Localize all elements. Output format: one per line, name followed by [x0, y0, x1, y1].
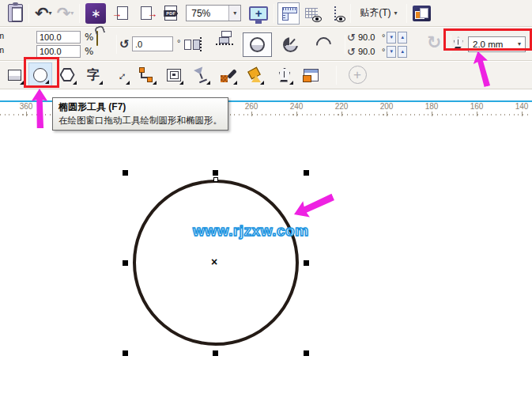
selection-handle[interactable] — [123, 260, 128, 266]
options-button[interactable] — [410, 2, 433, 25]
undo-icon: ↶ — [35, 5, 49, 21]
toggle-grid-button[interactable] — [300, 2, 323, 25]
add-tool[interactable]: + — [345, 62, 369, 87]
contour-icon — [167, 69, 181, 81]
export-button[interactable]: → — [138, 2, 154, 25]
separator — [350, 4, 351, 23]
separator — [274, 4, 274, 23]
flyout-triangle[interactable] — [289, 81, 293, 85]
selection-handle[interactable] — [213, 170, 218, 176]
angle-spin-down-button[interactable]: ▼ — [387, 46, 396, 58]
angle-spin-up-button[interactable]: ▲ — [398, 32, 407, 44]
import-button[interactable]: → — [115, 2, 130, 25]
transparency-tool[interactable] — [189, 62, 213, 87]
zoom-level-value: 75% — [187, 8, 215, 19]
polygon-icon — [60, 68, 75, 81]
starting-angle-icon: ↺ — [347, 32, 356, 43]
rotation-angle-field[interactable] — [132, 36, 173, 51]
separator — [241, 35, 242, 54]
contour-tool[interactable] — [162, 62, 186, 87]
smart-fill-icon — [304, 69, 319, 81]
fill-tool[interactable] — [243, 62, 266, 87]
arc-mode-button[interactable] — [309, 32, 338, 57]
text-icon: 字 — [87, 69, 100, 81]
angle-spin-down-button[interactable]: ▼ — [387, 32, 396, 44]
selection-handle[interactable] — [123, 350, 128, 356]
flyout-triangle[interactable] — [99, 81, 103, 85]
snap-dropdown-caret: ▾ — [394, 10, 398, 17]
change-direction-icon: ↻ — [427, 32, 441, 52]
connector-tool[interactable] — [135, 62, 159, 87]
zoom-level-combo[interactable]: 75% ▾ — [186, 5, 241, 21]
ending-angle-value[interactable]: 90.0 — [358, 47, 382, 56]
flyout-triangle[interactable] — [206, 81, 210, 85]
flyout-triangle[interactable] — [153, 81, 157, 85]
flyout-triangle[interactable] — [126, 81, 130, 85]
ruler-number: 200 — [380, 102, 394, 111]
toggle-guidelines-button[interactable] — [323, 2, 347, 25]
import-icon: → — [117, 6, 128, 20]
eyedropper-tool[interactable] — [216, 62, 240, 87]
separator — [79, 4, 80, 23]
unit-label-fragment: m — [0, 45, 4, 55]
standard-toolbar: ↶▾ ↷▾ ∗ → → PDF 75% ▾ + 贴齐(T) ▾ — [0, 0, 532, 27]
lock-ratio-button[interactable] — [96, 32, 98, 46]
snap-to-dropdown[interactable]: 贴齐(T) ▾ — [357, 2, 399, 25]
flyout-triangle[interactable] — [73, 81, 77, 85]
ellipse-node[interactable] — [213, 177, 218, 182]
flyout-triangle[interactable] — [233, 81, 237, 85]
rotation-icon: ↺ — [119, 38, 130, 50]
snap-to-label: 贴齐(T) — [360, 6, 391, 20]
selection-handle[interactable] — [123, 170, 128, 176]
dimension-tool[interactable]: ↔ — [108, 62, 132, 87]
toggle-rulers-button[interactable] — [277, 2, 300, 25]
redo-dropdown-caret[interactable]: ▾ — [70, 10, 74, 17]
eye-icon — [336, 16, 345, 22]
tooltip: 椭圆形工具 (F7) 在绘图窗口拖动工具绘制圆形和椭圆形。 — [52, 97, 228, 131]
scale-vertical-field[interactable] — [36, 45, 81, 58]
selection-handle[interactable] — [213, 350, 218, 356]
zoom-dropdown-button[interactable]: ▾ — [228, 6, 240, 21]
application-launcher-button[interactable]: ∗ — [83, 2, 108, 25]
ruler-number: 180 — [425, 102, 439, 111]
separator — [336, 66, 337, 85]
starting-angle-row: ↺ 90.0 ° ▼ ▲ — [347, 31, 407, 44]
selection-handle[interactable] — [304, 260, 309, 266]
ruler-number: 140 — [515, 102, 529, 111]
starting-angle-value[interactable]: 90.0 — [358, 32, 382, 42]
lock-icon — [96, 31, 98, 46]
ellipse-mode-button[interactable] — [243, 32, 272, 57]
separator — [28, 4, 29, 23]
ellipse-icon — [250, 37, 265, 52]
outline-pen-tool[interactable] — [272, 62, 296, 87]
separator — [345, 35, 345, 54]
pie-mode-button[interactable] — [276, 32, 305, 57]
angle-spin-up-button[interactable]: ▲ — [398, 46, 407, 58]
flyout-triangle[interactable] — [179, 81, 183, 85]
export-icon: → — [141, 6, 152, 20]
smart-fill-tool[interactable] — [299, 62, 323, 87]
fit-to-window-button[interactable]: + — [247, 2, 270, 25]
paste-button[interactable] — [6, 2, 25, 25]
change-direction-button[interactable]: ↻ — [427, 34, 441, 51]
degree-label: ° — [177, 38, 180, 47]
undo-dropdown-caret[interactable]: ▾ — [49, 10, 52, 17]
object-center-mark: × — [211, 256, 217, 268]
connector-icon — [140, 69, 154, 81]
annotation-box-outline-width — [443, 28, 532, 51]
undo-button[interactable]: ↶▾ — [32, 2, 55, 25]
annotation-arrow-ellipse-tool — [30, 89, 49, 128]
tooltip-body: 在绘图窗口拖动工具绘制圆形和椭圆形。 — [58, 115, 222, 127]
rectangle-tool[interactable] — [2, 62, 26, 87]
degree-label: ° — [382, 32, 385, 42]
flyout-triangle[interactable] — [260, 81, 264, 85]
scale-horizontal-field[interactable] — [36, 31, 81, 44]
redo-button[interactable]: ↷▾ — [55, 2, 77, 25]
selection-handle[interactable] — [304, 170, 309, 176]
text-tool[interactable]: 字 — [81, 62, 105, 87]
selection-handle[interactable] — [304, 350, 309, 356]
ruler-number: 220 — [335, 102, 349, 111]
eyedropper-icon — [221, 68, 235, 82]
publish-pdf-button[interactable]: PDF — [162, 2, 179, 25]
ruler-number: 260 — [245, 102, 258, 111]
